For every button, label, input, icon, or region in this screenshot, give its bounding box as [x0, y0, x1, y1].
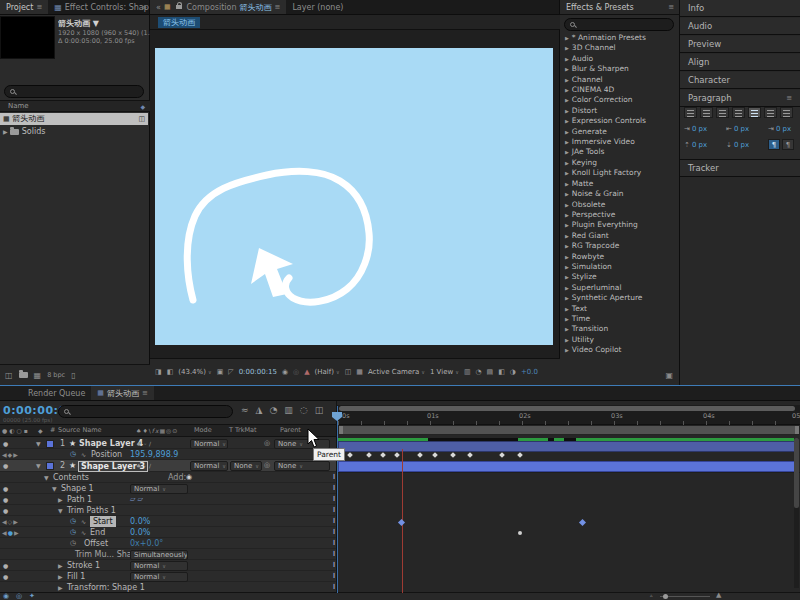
group-label[interactable]: Shape 1	[61, 483, 94, 494]
layer-bar-shape-layer-3[interactable]	[338, 461, 798, 472]
reset-exposure-icon[interactable]: ◑	[510, 368, 516, 376]
property-row-trim-multiple[interactable]: Trim Mu... Shapes Simultaneously∨	[0, 549, 336, 560]
graph-editor-icon[interactable]: ◫	[315, 405, 324, 415]
group-row-shape-1[interactable]: ● ▼ Shape 1 Normal∨	[0, 483, 336, 494]
pixel-aspect-icon[interactable]: ▥	[464, 368, 471, 376]
trkmat-dropdown[interactable]: None∨	[230, 461, 262, 471]
time-navigator-track[interactable]	[337, 405, 800, 412]
expand-arrow-icon[interactable]: ▶	[3, 128, 8, 135]
effects-category[interactable]: ▶Stylize	[560, 272, 680, 282]
stopwatch-icon[interactable]: ◷	[70, 449, 76, 460]
effects-category[interactable]: ▶Perspective	[560, 210, 680, 220]
tab-effect-controls[interactable]: ▦ Effect Controls: Shape Layer 3	[48, 0, 149, 14]
new-composition-icon[interactable]: ▦	[34, 371, 42, 380]
parent-dropdown[interactable]: None∨	[274, 461, 330, 471]
breadcrumb[interactable]: 箭头动画	[158, 17, 200, 28]
expand-arrow-icon[interactable]: ▶	[565, 97, 569, 103]
trash-icon[interactable]: ▯	[71, 371, 75, 380]
motion-blur-icon[interactable]: ◌	[300, 405, 308, 415]
main-viewer-icon[interactable]: ◧	[167, 368, 174, 376]
project-item-solids[interactable]: ▶ Solids	[0, 126, 148, 138]
property-row-offset[interactable]: ◷ Offset 0x+0.0°	[0, 538, 336, 549]
expand-arrow-icon[interactable]: ▶	[565, 66, 569, 72]
expand-arrow-icon[interactable]: ▶	[58, 560, 63, 571]
fast-previews-icon[interactable]: ◔	[476, 368, 482, 376]
effects-category[interactable]: ▶Simulation	[560, 262, 680, 272]
property-label-selected[interactable]: Start	[90, 516, 116, 527]
add-label[interactable]: Add:	[168, 472, 186, 483]
expand-arrow-icon[interactable]: ▶	[565, 243, 569, 249]
mask-visibility-icon[interactable]: ◸	[228, 368, 233, 376]
effects-category[interactable]: ▶Plugin Everything	[560, 220, 680, 230]
panel-audio[interactable]: Audio	[680, 18, 800, 35]
expand-arrow-icon[interactable]: ▶	[565, 139, 569, 145]
effects-category[interactable]: ▶Matte	[560, 179, 680, 189]
group-label[interactable]: Trim Paths 1	[67, 505, 116, 516]
group-row-fill-1[interactable]: ● ▶ Fill 1 Normal∨	[0, 571, 336, 582]
indent-right-field[interactable]: ⇥0 px	[768, 125, 791, 133]
expand-arrow-icon[interactable]: ▶	[565, 56, 569, 62]
panel-align[interactable]: Align	[680, 54, 800, 71]
expand-arrow-icon[interactable]: ▼	[44, 472, 49, 483]
align-right-button[interactable]	[716, 107, 729, 118]
expand-layer-switches-icon[interactable]: ◉	[3, 592, 9, 600]
sort-icon[interactable]: ◆	[140, 101, 145, 112]
layer-row-shape-layer-4[interactable]: ● ▼ 1 ★ Shape Layer 4 ♠◦/ Normal∨ ◎ None…	[0, 438, 336, 449]
timeline-search-input[interactable]	[58, 405, 233, 418]
expand-arrow-icon[interactable]: ▶	[565, 306, 569, 312]
eye-icon[interactable]: ●	[3, 483, 8, 494]
column-mode[interactable]: Mode	[194, 425, 212, 436]
eye-icon[interactable]: ●	[3, 438, 8, 449]
graph-icon[interactable]: ∿	[81, 516, 86, 527]
effects-category[interactable]: ▶Video Copilot	[560, 345, 680, 355]
blend-mode-dropdown[interactable]: Normal∨	[130, 484, 188, 494]
tab-composition[interactable]: « ▦ Composition 箭头动画 ≡	[150, 0, 286, 14]
effects-category[interactable]: ▶Superluminal	[560, 283, 680, 293]
back-chevron-icon[interactable]: «	[156, 3, 161, 12]
snapshot-icon[interactable]: ◉	[282, 368, 288, 376]
expand-arrow-icon[interactable]: ▶	[565, 326, 569, 332]
grid-options-icon[interactable]: ▣	[217, 368, 224, 376]
panel-menu-icon[interactable]: ≡	[668, 0, 674, 14]
time-ruler[interactable]: 0s 01s 02s 03s 04s 05s	[337, 412, 800, 425]
property-row-start[interactable]: ◀◇▶ ◷ ∿ Start 0.0%	[0, 516, 336, 527]
hide-shy-layers-icon[interactable]: ◔	[269, 405, 277, 415]
project-item-composition[interactable]: ▦ 箭头动画 ◫	[0, 113, 148, 125]
effects-search-input[interactable]	[564, 18, 674, 31]
expand-arrow-icon[interactable]: ▼	[58, 505, 63, 516]
expand-arrow-icon[interactable]: ▶	[565, 202, 569, 208]
comp-timecode[interactable]: 0:00:00:15	[239, 368, 277, 376]
group-label[interactable]: Contents	[53, 472, 89, 483]
frame-blending-icon[interactable]: ▥	[284, 405, 293, 415]
eye-icon[interactable]: ●	[3, 505, 8, 516]
effects-category[interactable]: ▶Knoll Light Factory	[560, 168, 680, 178]
expand-arrow-icon[interactable]: ▶	[565, 191, 569, 197]
effects-category[interactable]: ▶Utility	[560, 335, 680, 345]
panel-tracker[interactable]: Tracker	[680, 160, 800, 177]
column-parent[interactable]: Parent	[280, 425, 301, 436]
path-in-out-icons[interactable]: ▱▱	[130, 494, 145, 505]
mode-dropdown[interactable]: Normal∨	[190, 439, 228, 449]
layer-switches[interactable]: ♠◦/	[136, 460, 153, 471]
exposure-value[interactable]: +0.0	[521, 368, 538, 376]
tab-layer[interactable]: Layer (none)	[286, 0, 349, 14]
expand-arrow-icon[interactable]: ▶	[565, 274, 569, 280]
effects-category[interactable]: ▶Generate	[560, 127, 680, 137]
expand-arrow-icon[interactable]: ▶	[565, 264, 569, 270]
trim-multiple-dropdown[interactable]: Simultaneously∨	[130, 550, 188, 560]
group-label[interactable]: Path 1	[67, 494, 92, 505]
pickwhip-icon[interactable]: ◎	[264, 460, 270, 471]
panel-menu-icon[interactable]: ≡	[275, 3, 281, 11]
interpret-footage-icon[interactable]: ◫	[5, 371, 13, 380]
panel-paragraph[interactable]: Paragraph ≡	[680, 90, 800, 107]
graph-icon[interactable]: ∿	[81, 449, 86, 460]
panel-menu-icon[interactable]: ≡	[36, 3, 42, 11]
expand-arrow-icon[interactable]: ▶	[565, 295, 569, 301]
zoom-slider-handle[interactable]	[663, 594, 668, 599]
layer-switches[interactable]: ♠◦/	[136, 438, 153, 449]
mini-flowchart-icon[interactable]: ≈	[241, 405, 249, 415]
label-column-icon[interactable]: ◆	[38, 425, 43, 436]
new-preset-icon[interactable]: ▣	[665, 371, 673, 380]
expand-arrow-icon[interactable]: ▶	[565, 222, 569, 228]
space-after-field[interactable]: ⇣0 px	[726, 141, 749, 149]
